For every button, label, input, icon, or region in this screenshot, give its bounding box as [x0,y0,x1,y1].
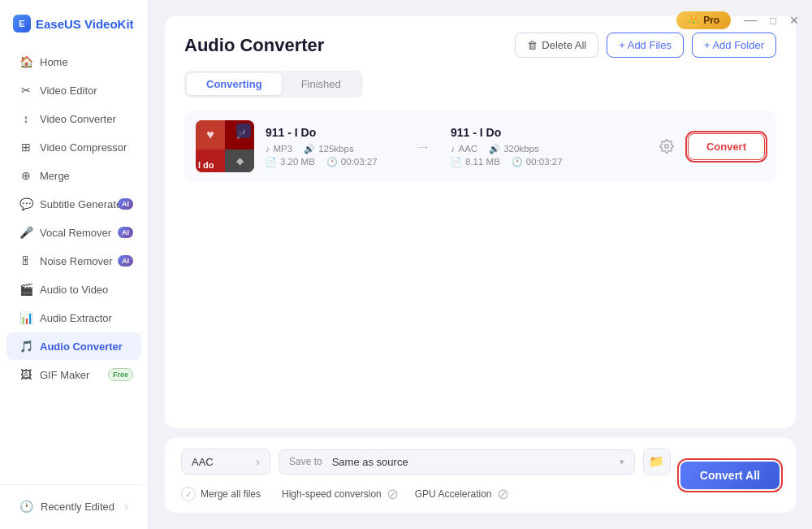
sidebar-bottom: 🕐 Recently Edited › [0,484,148,529]
audio-video-icon: 🎬 [19,283,32,296]
source-duration: 🕐 00:03:27 [326,157,378,167]
merge-all-option[interactable]: ✓ Merge all files [181,487,261,501]
folder-icon: 📁 [649,454,664,469]
ai-badge-vocal: AI [118,227,133,238]
bottom-row2: ✓ Merge all files High-speed conversion … [181,485,671,503]
maximize-button[interactable]: □ [770,15,776,27]
file-icon: 📄 [266,157,277,167]
sidebar-item-audio-extractor[interactable]: 📊 Audio Extractor [6,304,141,332]
sidebar-item-video-converter[interactable]: ↕ Video Converter [6,105,141,132]
home-icon: 🏠 [19,55,32,68]
highspeed-toggle-icon[interactable]: ⊘ [387,485,399,503]
sidebar-item-subtitle-generator[interactable]: 💬 Subtitle Generator AI [6,190,141,218]
add-folder-button[interactable]: + Add Folder [692,33,776,58]
source-size: 📄 3.20 MB [266,157,315,167]
logo-icon: E [13,15,31,33]
merge-icon: ⊕ [19,169,32,182]
ai-badge-subtitle: AI [118,198,133,210]
header-actions: 🗑 Delete All + Add Files + Add Folder [515,33,776,58]
equalizer-icon: 🎚 [19,254,32,267]
ai-badge-noise: AI [118,255,133,267]
chevron-right-icon: › [124,500,128,513]
bottom-bar: AAC › Save to Same as source ▾ 📁 ✓ [165,438,796,513]
delete-all-button[interactable]: 🗑 Delete All [515,33,598,58]
gpu-option[interactable]: GPU Acceleration ⊘ [415,485,509,503]
sidebar-item-audio-to-video[interactable]: 🎬 Audio to Video [6,275,141,303]
source-format: ♪ MP3 [266,144,292,154]
svg-point-0 [665,145,669,149]
sidebar-nav: 🏠 Home ✂ Video Editor ↕ Video Converter … [0,44,148,484]
target-bitrate: 🔊 320kbps [489,144,538,154]
convert-all-button[interactable]: Convert All [680,462,780,489]
bottom-row1: AAC › Save to Same as source ▾ 📁 [181,448,671,475]
merge-checkbox[interactable]: ✓ [181,487,196,501]
target-format: ♪ AAC [451,144,477,154]
chevron-right-icon2: › [256,455,260,468]
sidebar-item-audio-converter[interactable]: 🎵 Audio Converter [6,332,141,360]
clock-icon2: 🕐 [512,157,523,167]
gpu-toggle-icon[interactable]: ⊘ [497,485,509,503]
open-folder-button[interactable]: 📁 [643,448,671,475]
music-small-icon: ♪ [266,144,270,154]
music-icon: 🎵 [19,340,32,353]
history-icon: 🕐 [19,500,33,513]
file-source-name: 911 - I Do [266,126,395,139]
scissors-icon: ✂ [19,84,32,97]
trash-icon: 🗑 [527,39,538,51]
music-small-icon2: ♪ [451,144,456,154]
convert-arrow: → [407,137,439,156]
compress-icon: ⊞ [19,141,32,154]
file-list-area: ♥ ♪ I do ◆ ♪ 911 - I Do ♪ [184,111,776,428]
sound-icon: 🔊 [304,144,315,154]
close-button[interactable]: ✕ [789,14,799,27]
gif-icon: 🖼 [19,368,32,381]
dropdown-arrow-icon: ▾ [620,457,624,467]
app-logo: E EaseUS VideoKit [0,0,148,44]
main-content: Audio Converter 🗑 Delete All + Add Files… [149,0,812,529]
tab-finished[interactable]: Finished [282,73,361,95]
target-size: 📄 8.11 MB [451,157,500,167]
free-badge: Free [108,368,133,381]
sidebar-item-home[interactable]: 🏠 Home [6,48,141,76]
clock-icon: 🕐 [326,157,338,167]
waveform-icon: 📊 [19,311,32,324]
file-icon2: 📄 [451,157,462,167]
file-target-meta: ♪ AAC 🔊 320kbps 📄 8.11 MB [451,144,642,167]
sidebar-item-video-editor[interactable]: ✂ Video Editor [6,76,141,104]
sidebar-item-gif-maker[interactable]: 🖼 GIF Maker Free [6,361,141,388]
sidebar-item-noise-remover[interactable]: 🎚 Noise Remover AI [6,247,141,275]
file-source-meta: ♪ MP3 🔊 125kbps 📄 3.20 MB [266,144,395,167]
file-source-info: 911 - I Do ♪ MP3 🔊 125kbps [266,126,395,167]
file-target-name: 911 - I Do [451,126,642,139]
file-item: ♥ ♪ I do ◆ ♪ 911 - I Do ♪ [184,111,776,182]
sound-icon2: 🔊 [489,144,500,154]
tabs: Converting Finished [184,71,363,98]
highspeed-option[interactable]: High-speed conversion ⊘ [282,485,399,503]
file-thumbnail: ♥ ♪ I do ◆ ♪ [196,120,254,172]
tab-converting[interactable]: Converting [187,73,282,95]
file-actions: Convert [654,133,765,160]
bottom-bar-controls: AAC › Save to Same as source ▾ 📁 ✓ [181,448,671,503]
add-files-button[interactable]: + Add Files [607,33,684,58]
file-settings-button[interactable] [654,133,680,159]
recently-edited-item[interactable]: 🕐 Recently Edited › [6,492,141,520]
convert-button[interactable]: Convert [688,133,765,160]
pro-badge[interactable]: 👑 Pro [676,11,731,29]
crown-icon: 👑 [688,15,700,26]
format-select[interactable]: AAC › [181,449,270,475]
save-to-select[interactable]: Save to Same as source ▾ [279,449,635,475]
file-target-info: 911 - I Do ♪ AAC 🔊 320kbps [451,126,642,167]
card-header: Audio Converter 🗑 Delete All + Add Files… [184,33,776,58]
sidebar-item-video-compressor[interactable]: ⊞ Video Compressor [6,133,141,161]
subtitle-icon: 💬 [19,197,32,210]
sidebar-item-vocal-remover[interactable]: 🎤 Vocal Remover AI [6,219,141,246]
microphone-icon: 🎤 [19,226,32,239]
page-title: Audio Converter [184,35,324,56]
sidebar: E EaseUS VideoKit 🏠 Home ✂ Video Editor … [0,0,149,529]
minimize-button[interactable]: — [744,13,757,28]
content-card: Audio Converter 🗑 Delete All + Add Files… [165,16,796,428]
convert-video-icon: ↕ [19,112,32,125]
target-duration: 🕐 00:03:27 [512,157,563,167]
right-arrow-icon: → [415,137,431,156]
sidebar-item-merge[interactable]: ⊕ Merge [6,162,141,189]
